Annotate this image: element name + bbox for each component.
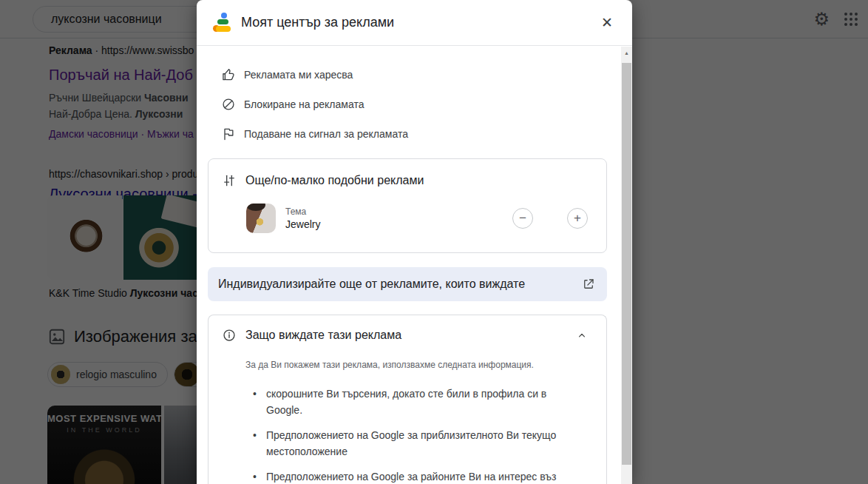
why-this-ad-title: Защо виждате тази реклама (245, 329, 401, 342)
menu-item-block-ad[interactable]: Блокиране на рекламата (197, 90, 621, 119)
my-ad-center-dialog: Моят център за реклами ✕ Рекламата ми ха… (197, 0, 632, 484)
topic-row: Тема Jewelry − + (246, 204, 588, 233)
ad-actions-menu: Рекламата ми харесва Блокиране на реклам… (197, 47, 621, 149)
dialog-scrollbar[interactable]: ▲ (621, 47, 632, 484)
topic-label: Тема (285, 206, 320, 217)
dialog-title: Моят център за реклами (241, 15, 394, 30)
thumb-up-icon (221, 67, 236, 82)
scrollbar-thumb[interactable] (622, 63, 631, 465)
flag-icon (221, 127, 236, 141)
menu-item-report-ad[interactable]: Подаване на сигнал за рекламата (197, 119, 621, 149)
scrollbar-up-arrow[interactable]: ▲ (621, 47, 632, 58)
open-in-new-icon (582, 278, 595, 291)
my-ad-center-logo-icon (213, 13, 232, 33)
why-reason-item: Предположението на Google за приблизител… (253, 427, 586, 460)
personalize-ads-row[interactable]: Индивидуализирайте още от рекламите, кои… (208, 267, 607, 301)
why-reasons-list: скорошните Ви търсения, докато сте били … (253, 386, 589, 484)
topic-stepper: − + (512, 208, 588, 229)
dialog-header: Моят център за реклами ✕ (197, 0, 632, 46)
why-this-ad-card: Защо виждате тази реклама За да Ви покаж… (208, 315, 607, 484)
info-icon (222, 328, 237, 343)
more-ads-button[interactable]: + (567, 208, 588, 229)
topic-text: Тема Jewelry (285, 206, 320, 230)
why-this-ad-header[interactable]: Защо виждате тази реклама (208, 315, 606, 346)
similar-ads-card: Още/по-малко подобни реклами Тема Jewelr… (208, 158, 607, 253)
similar-ads-title: Още/по-малко подобни реклами (245, 174, 424, 187)
topic-value: Jewelry (285, 218, 320, 230)
why-reason-item: Предположението на Google за районите Ви… (253, 468, 586, 484)
screen: луксозни часовници ⚙ Реклама · https://w… (0, 0, 868, 484)
chevron-up-icon[interactable] (575, 329, 589, 342)
why-intro-text: За да Ви покажем тази реклама, използвах… (245, 360, 589, 371)
close-icon[interactable]: ✕ (597, 11, 617, 34)
less-ads-button[interactable]: − (512, 208, 533, 229)
personalize-label: Индивидуализирайте още от рекламите, кои… (218, 278, 525, 291)
why-reason-item: скорошните Ви търсения, докато сте били … (253, 386, 586, 418)
dialog-scroll-area: Рекламата ми харесва Блокиране на реклам… (197, 47, 621, 484)
similar-ads-card-header: Още/по-малко подобни реклами (208, 159, 606, 192)
block-icon (221, 97, 236, 112)
menu-item-like-ad[interactable]: Рекламата ми харесва (197, 60, 621, 90)
topic-thumbnail-jewelry (246, 204, 276, 233)
sliders-icon (222, 173, 237, 188)
